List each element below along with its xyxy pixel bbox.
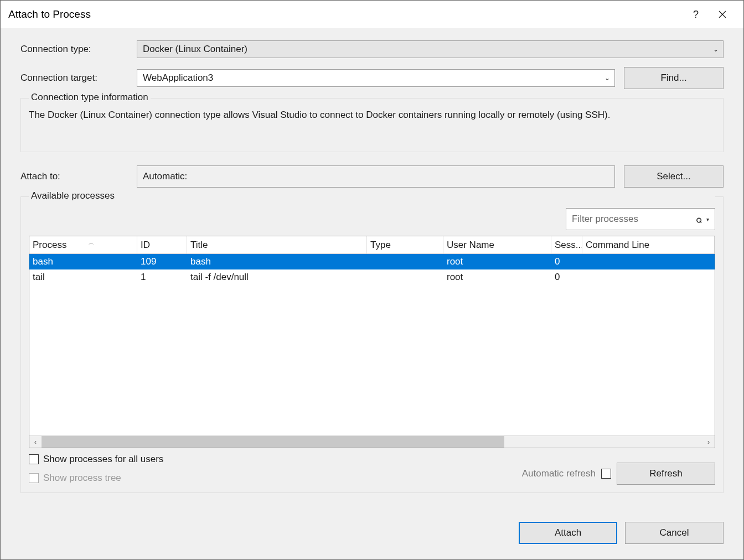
col-title[interactable]: Title [187, 236, 367, 253]
cell: tail -f /dev/null [187, 272, 367, 283]
col-id[interactable]: ID [137, 236, 187, 253]
col-process[interactable]: Process︿ [29, 236, 137, 253]
search-icon[interactable]: ⌕ [696, 214, 702, 225]
connection-target-value: WebApplication3 [143, 72, 213, 84]
col-session[interactable]: Sess... [551, 236, 582, 253]
scroll-track[interactable] [42, 436, 702, 448]
cell: 0 [551, 272, 582, 283]
scroll-thumb[interactable] [42, 436, 504, 448]
cancel-button[interactable]: Cancel [625, 522, 724, 544]
connection-type-label: Connection type: [20, 44, 137, 55]
auto-refresh-checkbox[interactable] [601, 469, 611, 479]
filter-input[interactable] [572, 214, 696, 225]
table-header: Process︿ ID Title Type User Name Sess...… [29, 236, 715, 254]
cell: 109 [137, 256, 187, 267]
connection-type-combo[interactable]: Docker (Linux Container) ⌄ [137, 40, 724, 58]
show-process-tree-checkbox: Show process tree [29, 473, 163, 484]
chevron-down-icon: ⌄ [604, 74, 610, 82]
find-button[interactable]: Find... [624, 67, 724, 89]
cell: bash [187, 256, 367, 267]
cell: tail [29, 272, 137, 283]
horizontal-scrollbar[interactable]: ‹ › [29, 435, 715, 448]
select-button[interactable]: Select... [624, 165, 724, 188]
attach-to-label: Attach to: [20, 171, 137, 182]
connection-type-value: Docker (Linux Container) [143, 44, 247, 55]
attach-button[interactable]: Attach [519, 522, 617, 544]
chevron-down-icon[interactable]: ▾ [706, 216, 709, 222]
cell: root [443, 256, 551, 267]
dialog-title: Attach to Process [8, 8, 91, 20]
info-legend: Connection type information [29, 92, 151, 103]
scroll-left-icon[interactable]: ‹ [29, 436, 42, 448]
refresh-button[interactable]: Refresh [617, 463, 715, 485]
show-all-users-checkbox[interactable]: Show processes for all users [29, 454, 163, 465]
available-legend: Available processes [29, 190, 715, 201]
available-processes-group: Available processes ⌕ ▾ Process︿ ID Titl… [20, 196, 724, 493]
table-row[interactable]: tail1tail -f /dev/nullroot0 [29, 269, 715, 285]
cell: root [443, 272, 551, 283]
checkbox-icon [29, 473, 39, 483]
connection-type-info-group: Connection type information The Docker (… [20, 98, 724, 152]
auto-refresh-label: Automatic refresh [522, 468, 596, 479]
close-icon[interactable] [709, 3, 736, 25]
table-row[interactable]: bash109bashroot0 [29, 254, 715, 269]
col-cmd[interactable]: Command Line [582, 236, 715, 253]
titlebar: Attach to Process ? [1, 1, 743, 28]
col-user[interactable]: User Name [443, 236, 551, 253]
cell: bash [29, 256, 137, 267]
connection-target-label: Connection target: [20, 72, 137, 84]
cell: 0 [551, 256, 582, 267]
process-table[interactable]: Process︿ ID Title Type User Name Sess...… [29, 236, 715, 448]
attach-to-value: Automatic: [137, 165, 615, 188]
checkbox-icon[interactable] [29, 454, 39, 464]
help-icon[interactable]: ? [683, 3, 709, 25]
info-text: The Docker (Linux Container) connection … [29, 110, 715, 147]
col-type[interactable]: Type [367, 236, 443, 253]
chevron-down-icon: ⌄ [713, 45, 719, 53]
cell: 1 [137, 272, 187, 283]
filter-processes-input[interactable]: ⌕ ▾ [566, 208, 715, 230]
sort-asc-icon: ︿ [89, 239, 94, 247]
scroll-right-icon[interactable]: › [702, 436, 715, 448]
connection-target-combo[interactable]: WebApplication3 ⌄ [137, 69, 615, 87]
